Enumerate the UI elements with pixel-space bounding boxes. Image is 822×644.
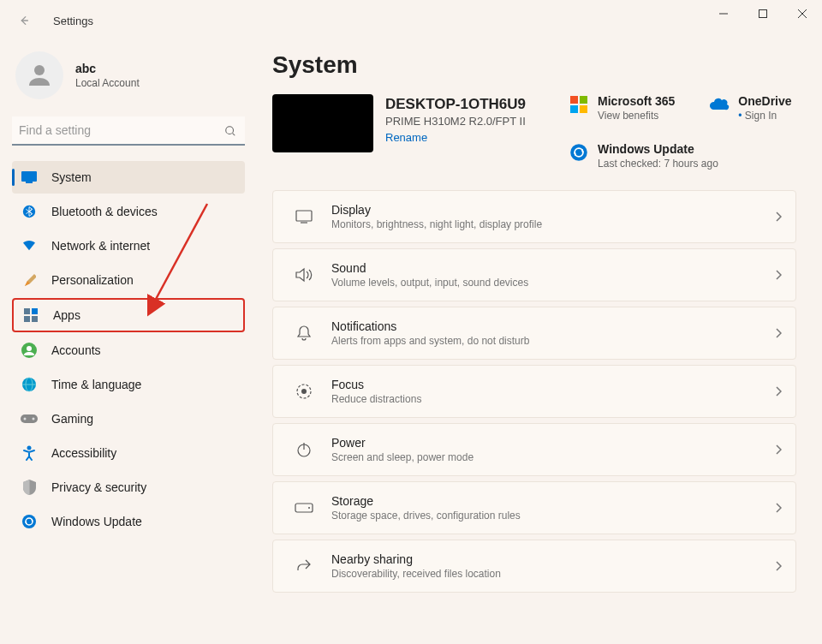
- wifi-icon: [21, 237, 38, 254]
- chevron-right-icon: [775, 385, 782, 397]
- info-sub: View benefits: [598, 110, 675, 122]
- user-name: abc: [75, 62, 140, 75]
- card-power[interactable]: PowerScreen and sleep, power mode: [272, 423, 796, 476]
- card-title: Notifications: [331, 319, 775, 333]
- card-sub: Monitors, brightness, night light, displ…: [331, 218, 775, 230]
- sidebar-item-apps[interactable]: Apps: [12, 298, 245, 332]
- card-sub: Volume levels, output, input, sound devi…: [331, 277, 775, 289]
- device-name: DESKTOP-1OTH6U9: [385, 96, 526, 113]
- sidebar-item-label: Personalization: [51, 273, 134, 287]
- chevron-right-icon: [775, 502, 782, 514]
- svg-rect-29: [296, 211, 312, 221]
- sidebar-item-label: Accounts: [51, 343, 101, 357]
- search-input[interactable]: [12, 116, 245, 146]
- svg-line-6: [233, 134, 235, 136]
- svg-rect-11: [32, 308, 38, 314]
- back-button[interactable]: [10, 7, 38, 34]
- sidebar-item-label: Time & language: [51, 378, 141, 391]
- chevron-right-icon: [775, 269, 782, 281]
- info-sub: Last checked: 7 hours ago: [598, 158, 718, 170]
- rename-link[interactable]: Rename: [385, 131, 427, 144]
- card-sub: Storage space, drives, configuration rul…: [331, 510, 775, 522]
- sidebar-item-label: Privacy & security: [51, 480, 146, 494]
- shield-icon: [21, 479, 38, 496]
- svg-point-4: [34, 65, 45, 75]
- chevron-right-icon: [775, 560, 782, 572]
- brush-icon: [21, 271, 38, 289]
- card-title: Power: [331, 436, 775, 450]
- focus-icon: [287, 383, 321, 400]
- window-title: Settings: [53, 15, 93, 27]
- svg-rect-19: [21, 414, 38, 423]
- card-title: Focus: [331, 378, 775, 391]
- svg-point-28: [570, 144, 587, 161]
- titlebar: Settings: [0, 0, 822, 41]
- sidebar-item-accounts[interactable]: Accounts: [12, 334, 245, 367]
- sidebar-item-personalization[interactable]: Personalization: [12, 264, 245, 296]
- card-nearby-sharing[interactable]: Nearby sharingDiscoverability, received …: [272, 540, 796, 593]
- maximize-button[interactable]: [743, 0, 783, 27]
- chevron-right-icon: [775, 444, 782, 456]
- settings-cards: DisplayMonitors, brightness, night light…: [272, 190, 796, 593]
- info-windows-update[interactable]: Windows Update Last checked: 7 hours ago: [569, 142, 792, 170]
- sidebar-item-network[interactable]: Network & internet: [12, 230, 245, 262]
- accessibility-icon: [21, 444, 38, 462]
- apps-icon: [22, 307, 39, 324]
- sidebar-item-label: Bluetooth & devices: [51, 205, 158, 218]
- card-title: Nearby sharing: [331, 552, 775, 566]
- card-title: Storage: [331, 494, 775, 508]
- svg-rect-26: [570, 105, 578, 113]
- svg-rect-10: [24, 308, 30, 314]
- minimize-button[interactable]: [704, 0, 743, 27]
- card-title: Sound: [331, 261, 775, 275]
- sidebar-item-privacy[interactable]: Privacy & security: [12, 471, 245, 504]
- sidebar-item-bluetooth[interactable]: Bluetooth & devices: [12, 195, 245, 228]
- update-icon: [569, 142, 589, 163]
- sidebar-item-time-language[interactable]: Time & language: [12, 368, 245, 401]
- bell-icon: [287, 325, 321, 342]
- sidebar-item-gaming[interactable]: Gaming: [12, 402, 245, 435]
- card-sub: Alerts from apps and system, do not dist…: [331, 335, 775, 347]
- system-icon: [21, 169, 38, 186]
- sidebar-item-windows-update[interactable]: Windows Update: [12, 505, 245, 538]
- sidebar-item-label: Gaming: [51, 412, 93, 426]
- svg-rect-25: [580, 96, 587, 104]
- main-content: System DESKTOP-1OTH6U9 PRIME H310M2 R2.0…: [257, 41, 822, 644]
- sidebar-item-accessibility[interactable]: Accessibility: [12, 437, 245, 469]
- search-box: [12, 116, 245, 146]
- svg-rect-27: [580, 105, 587, 113]
- card-sub: Screen and sleep, power mode: [331, 451, 775, 463]
- info-onedrive[interactable]: OneDrive • Sign In: [709, 94, 791, 122]
- svg-point-5: [226, 127, 234, 134]
- sidebar-item-label: Apps: [53, 308, 80, 322]
- sidebar-item-system[interactable]: System: [12, 161, 245, 194]
- window-controls: [704, 0, 822, 27]
- device-thumbnail: [272, 94, 373, 152]
- svg-point-21: [33, 418, 35, 420]
- close-button[interactable]: [783, 0, 822, 27]
- user-panel[interactable]: abc Local Account: [12, 41, 245, 113]
- accounts-icon: [21, 342, 38, 359]
- svg-rect-12: [24, 316, 30, 322]
- person-icon: [24, 60, 55, 91]
- info-ms365[interactable]: Microsoft 365 View benefits: [569, 94, 675, 122]
- close-icon: [798, 9, 807, 18]
- chevron-right-icon: [775, 327, 782, 339]
- card-sound[interactable]: SoundVolume levels, output, input, sound…: [272, 248, 796, 301]
- sidebar-item-label: System: [51, 170, 92, 184]
- sound-icon: [287, 267, 321, 283]
- user-type: Local Account: [75, 77, 140, 89]
- svg-rect-8: [26, 182, 33, 183]
- card-display[interactable]: DisplayMonitors, brightness, night light…: [272, 190, 796, 243]
- update-icon: [21, 513, 38, 530]
- chevron-right-icon: [775, 211, 782, 223]
- card-notifications[interactable]: NotificationsAlerts from apps and system…: [272, 307, 796, 360]
- svg-point-22: [27, 446, 32, 450]
- info-sub: • Sign In: [738, 110, 791, 122]
- card-title: Display: [331, 203, 775, 217]
- svg-point-15: [27, 346, 32, 351]
- card-focus[interactable]: FocusReduce distractions: [272, 365, 796, 418]
- bluetooth-icon: [21, 203, 38, 220]
- nav-list: System Bluetooth & devices Network & int…: [12, 161, 245, 538]
- card-storage[interactable]: StorageStorage space, drives, configurat…: [272, 481, 796, 534]
